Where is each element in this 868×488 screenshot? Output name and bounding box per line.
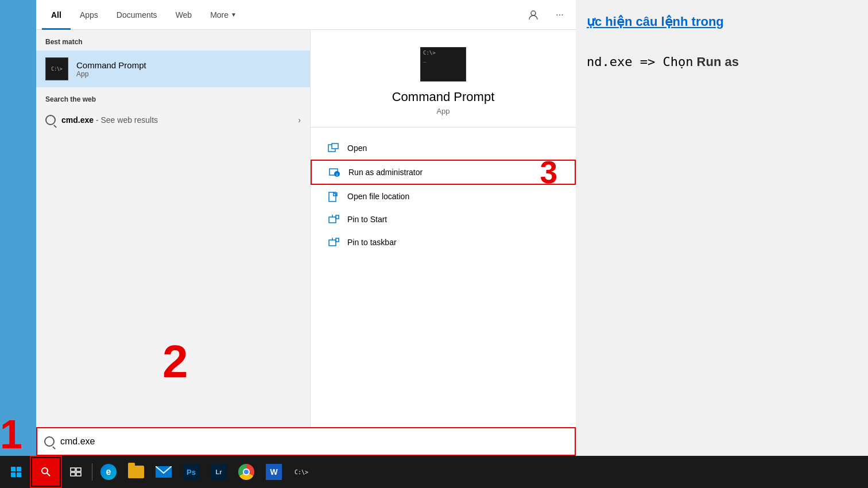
terminal-icon: C:\>: [293, 464, 309, 480]
action-pin-to-start[interactable]: Pin to Start: [311, 208, 576, 231]
taskbar-edge-button[interactable]: e: [95, 458, 122, 486]
step2-annotation: 2: [162, 339, 188, 385]
chrome-icon: [238, 464, 254, 480]
tab-all[interactable]: All: [42, 0, 71, 30]
best-match-item[interactable]: C:\> Command Prompt App: [36, 51, 310, 87]
nav-person-icon[interactable]: [523, 5, 544, 25]
taskbar-photoshop-button[interactable]: Ps: [177, 458, 205, 486]
svg-rect-18: [71, 472, 75, 476]
app-detail-header: C:\>_ Command Prompt App: [311, 30, 576, 127]
more-dropdown-arrow: ▼: [231, 11, 237, 18]
action-run-as-admin[interactable]: ! Run as administrator 3: [311, 160, 576, 185]
svg-rect-10: [336, 215, 339, 219]
cmd-app-icon: C:\>: [45, 57, 68, 80]
folder-icon: [128, 466, 144, 478]
taskbar-chrome-button[interactable]: [232, 458, 260, 486]
svg-rect-2: [332, 144, 338, 149]
taskbar-task-view-button[interactable]: [62, 458, 90, 486]
app-detail-type: App: [436, 107, 450, 115]
web-search-text: cmd.exe - See web results: [61, 115, 298, 125]
svg-line-7: [334, 192, 337, 196]
pin-start-icon: [328, 214, 339, 225]
svg-rect-13: [336, 238, 339, 242]
pin-taskbar-icon: [328, 237, 339, 248]
action-pin-start-label: Pin to Start: [347, 215, 387, 224]
tab-documents[interactable]: Documents: [107, 0, 166, 30]
search-bar-container: [36, 427, 576, 456]
file-location-icon: [328, 191, 339, 202]
app-detail-name: Command Prompt: [392, 90, 495, 104]
svg-text:!: !: [336, 172, 338, 177]
best-match-label: Best match: [36, 30, 310, 51]
mail-icon: [156, 466, 172, 478]
taskbar-lightroom-button[interactable]: Lr: [205, 458, 232, 486]
taskbar-search-button[interactable]: [30, 456, 62, 488]
best-match-info: Command Prompt App: [76, 60, 146, 78]
background-article: ực hiện câu lệnh trong nd.exe => Chọn Ru…: [569, 0, 868, 488]
svg-rect-8: [329, 217, 336, 223]
web-search-suffix: - See web results: [96, 115, 158, 125]
action-list: Open ! Run as administrator 3: [311, 127, 576, 263]
taskbar-start-button[interactable]: [2, 458, 30, 486]
photoshop-icon: Ps: [183, 464, 199, 480]
best-match-app-type: App: [76, 70, 146, 78]
svg-point-0: [531, 11, 536, 16]
web-search-icon: [45, 115, 56, 125]
edge-icon: e: [100, 464, 117, 480]
windows-logo-icon: [11, 467, 21, 477]
svg-line-15: [47, 473, 50, 476]
action-file-location-label: Open file location: [347, 192, 409, 201]
action-pin-taskbar-label: Pin to taskbar: [347, 238, 397, 247]
taskbar-word-button[interactable]: W: [260, 458, 288, 486]
action-run-admin-label: Run as administrator: [348, 168, 423, 177]
taskbar-file-explorer-button[interactable]: [122, 458, 150, 486]
web-search-label: Search the web: [36, 87, 310, 108]
cmd-preview-icon: C:\>_: [420, 47, 466, 82]
taskbar-separator: [92, 463, 92, 481]
taskbar-mail-button[interactable]: [150, 458, 177, 486]
search-bar-icon: [44, 436, 55, 447]
step1-annotation: 1: [0, 415, 22, 455]
action-pin-to-taskbar[interactable]: Pin to taskbar: [311, 231, 576, 254]
search-input[interactable]: [60, 436, 568, 447]
article-text-2: nd.exe => Chọn: [587, 55, 693, 69]
svg-rect-16: [71, 468, 75, 471]
task-view-icon: [70, 467, 82, 477]
main-content: Best match C:\> Command Prompt App Searc…: [36, 30, 576, 454]
action-open-label: Open: [347, 144, 367, 153]
action-open[interactable]: Open: [311, 137, 576, 160]
right-panel: C:\>_ Command Prompt App Open: [310, 30, 576, 454]
svg-rect-11: [329, 240, 336, 246]
best-match-app-name: Command Prompt: [76, 60, 146, 70]
nav-more-icon[interactable]: ···: [549, 5, 570, 25]
web-search-query: cmd.exe: [61, 115, 94, 125]
run-admin-icon: !: [329, 166, 340, 178]
svg-point-14: [42, 468, 48, 474]
lightroom-icon: Lr: [211, 464, 227, 480]
tab-web[interactable]: Web: [166, 0, 202, 30]
left-panel: Best match C:\> Command Prompt App Searc…: [36, 30, 310, 454]
web-search-item[interactable]: cmd.exe - See web results ›: [36, 108, 310, 132]
word-icon: W: [266, 464, 282, 480]
taskbar-terminal-button[interactable]: C:\>: [288, 458, 315, 486]
web-search-arrow: ›: [298, 115, 301, 125]
article-text-1: ực hiện câu lệnh trong: [587, 14, 724, 29]
search-overlay: All Apps Documents Web More ▼ ···: [36, 0, 576, 454]
article-run-as: Run as: [697, 55, 739, 69]
open-icon: [328, 142, 339, 154]
action-open-file-location[interactable]: Open file location: [311, 185, 576, 208]
nav-icons: ···: [523, 5, 570, 25]
taskbar-search-icon: [32, 458, 60, 486]
svg-rect-19: [76, 472, 81, 476]
tab-more[interactable]: More ▼: [201, 0, 246, 30]
tab-apps[interactable]: Apps: [71, 0, 107, 30]
nav-tabs: All Apps Documents Web More ▼ ···: [36, 0, 576, 30]
taskbar: e Ps Lr W C:\>: [0, 456, 868, 488]
svg-rect-17: [76, 468, 81, 471]
